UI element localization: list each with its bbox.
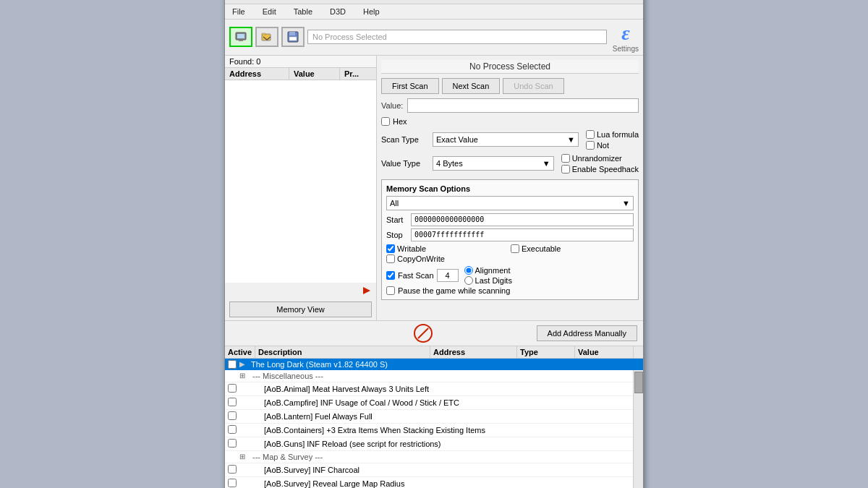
row-active (225, 398, 239, 408)
value-type-row: Value Type 4 Bytes ▼ Unrandomizer Enable… (381, 154, 639, 174)
speedhack-label: Enable Speedhack (572, 165, 639, 174)
table-row[interactable]: [AoB.Lantern] Fuel Always Full </div> <d… (225, 410, 643, 424)
unrandomizer-label: Unrandomizer (572, 154, 622, 163)
memory-view-button[interactable]: Memory View (229, 301, 372, 317)
lua-formula-row: Lua formula (586, 130, 639, 139)
svg-rect-1 (237, 34, 244, 38)
settings-label[interactable]: Settings (613, 45, 639, 53)
memory-scan-box: Memory Scan Options All ▼ Start Stop Wr (381, 179, 639, 300)
menu-edit[interactable]: Edit (258, 6, 281, 17)
scroll-thumb[interactable] (634, 372, 643, 393)
bottom-table: Active Description Address Type Value ▶ … (225, 346, 643, 489)
table-scrollbar[interactable] (633, 370, 643, 489)
resize-handle[interactable] (225, 283, 376, 299)
start-input[interactable] (411, 213, 634, 226)
value-input[interactable] (407, 98, 639, 113)
pause-label: Pause the game while scanning (398, 286, 510, 295)
row-active (225, 479, 239, 489)
toolbar-btn-process[interactable] (229, 27, 252, 47)
row-desc: --- Map & Survey --- (250, 453, 430, 461)
value-type-label: Value Type (381, 159, 428, 168)
table-row[interactable]: ⊞ --- Miscellaneous --- (225, 370, 643, 382)
th-address: Address (430, 346, 517, 358)
hex-checkbox[interactable] (381, 117, 390, 126)
fast-scan-input[interactable] (437, 269, 459, 282)
selected-expand[interactable]: ▶ (239, 360, 248, 368)
first-scan-button[interactable]: First Scan (381, 78, 439, 94)
menu-file[interactable]: File (228, 6, 250, 17)
found-label: Found: 0 (225, 56, 376, 68)
alignment-radio[interactable] (464, 266, 473, 275)
selected-row-desc: The Long Dark (Steam v1.82 64400 S) (248, 360, 430, 369)
table-row[interactable]: [AoB.Survey] Reveal Large Map Radius </d… (225, 477, 643, 489)
table-row[interactable]: [AoB.Animal] Meat Harvest Always 3 Units… (225, 382, 643, 396)
next-scan-button[interactable]: Next Scan (442, 78, 501, 94)
undo-scan-button[interactable]: Undo Scan (503, 78, 563, 94)
scan-type-dropdown[interactable]: Exact Value ▼ (433, 132, 579, 147)
table-rows-container: ⊞ --- Miscellaneous --- [AoB.Animal] Mea… (225, 370, 643, 489)
selected-row-checkbox[interactable] (228, 360, 237, 369)
fast-scan-row: Fast Scan (386, 269, 459, 282)
toolbar-btn-save[interactable] (281, 27, 305, 47)
writable-checkbox[interactable] (386, 244, 395, 253)
no-symbol-area (310, 324, 537, 343)
fast-scan-checkbox[interactable] (386, 271, 395, 280)
selected-row[interactable]: ▶ The Long Dark (Steam v1.82 64400 S) (225, 359, 643, 370)
row-desc: [AoB.Animal] Meat Harvest Always 3 Units… (250, 385, 498, 393)
menu-d3d[interactable]: D3D (326, 6, 350, 17)
speedhack-row: Enable Speedhack (561, 165, 639, 174)
scan-type-label: Scan Type (381, 135, 428, 144)
last-digits-radio[interactable] (464, 276, 473, 285)
row-desc: [AoB.Guns] INF Reload (see script for re… (250, 440, 498, 448)
row-desc: --- Miscellaneous --- (250, 372, 430, 380)
stop-input[interactable] (411, 228, 634, 241)
stop-row: Stop (386, 228, 634, 241)
alignment-row: Alignment (464, 266, 512, 275)
copyonwrite-row: CopyOnWrite (386, 254, 509, 263)
svg-rect-7 (289, 37, 297, 40)
ce-logo-area: ε Settings (613, 22, 639, 53)
table-row[interactable]: [AoB.Containers] +3 Extra Items When Sta… (225, 424, 643, 437)
memory-all-dropdown[interactable]: All ▼ (386, 196, 634, 210)
unrandomizer-row: Unrandomizer (561, 154, 639, 163)
row-active (225, 465, 239, 475)
hex-row: Hex (381, 117, 639, 126)
row-active (225, 439, 239, 449)
toolbar-btn-open[interactable] (255, 27, 278, 47)
row-expand[interactable]: ⊞ (239, 453, 250, 461)
table-row[interactable]: ⊞ --- Map & Survey --- (225, 451, 643, 463)
hex-label: Hex (393, 117, 407, 126)
table-row[interactable]: [AoB.Survey] INF Charcoal </div> <div st… (225, 463, 643, 477)
row-active (225, 411, 239, 421)
executable-checkbox[interactable] (511, 244, 519, 253)
svg-rect-6 (289, 32, 295, 35)
menu-bar: File Edit Table D3D Help (225, 4, 643, 20)
menu-help[interactable]: Help (359, 6, 384, 17)
ce-logo: ε (621, 22, 629, 45)
alignment-radio-col: Alignment Last Digits (464, 266, 512, 285)
pause-checkbox[interactable] (386, 286, 395, 295)
col-address: Address (225, 68, 289, 80)
table-row[interactable]: [AoB.Guns] INF Reload (see script for re… (225, 437, 643, 451)
lua-formula-checkbox[interactable] (586, 130, 595, 139)
writable-row: Writable (386, 244, 509, 253)
svg-rect-4 (262, 33, 265, 35)
selected-checkbox-area (225, 360, 239, 369)
value-type-dropdown[interactable]: 4 Bytes ▼ (433, 156, 554, 171)
add-address-button[interactable]: Add Address Manually (537, 325, 637, 341)
row-expand[interactable]: ⊞ (239, 372, 250, 380)
process-bar[interactable]: No Process Selected (307, 30, 607, 44)
speedhack-checkbox[interactable] (561, 165, 570, 174)
right-checkboxes: Lua formula Not (586, 130, 639, 150)
col-value: Value (289, 68, 340, 80)
col-prev: Pr... (340, 68, 376, 80)
unrandomizer-checkbox[interactable] (561, 154, 570, 163)
value-label: Value: (381, 101, 403, 110)
copyonwrite-checkbox[interactable] (386, 254, 395, 263)
scrollbar-top (633, 346, 643, 358)
row-desc: [AoB.Lantern] Fuel Always Full (250, 412, 498, 421)
table-row[interactable]: [AoB.Campfire] INF Usage of Coal / Wood … (225, 396, 643, 410)
menu-table[interactable]: Table (289, 6, 317, 17)
not-checkbox[interactable] (586, 141, 595, 150)
th-active: Active (225, 346, 255, 358)
